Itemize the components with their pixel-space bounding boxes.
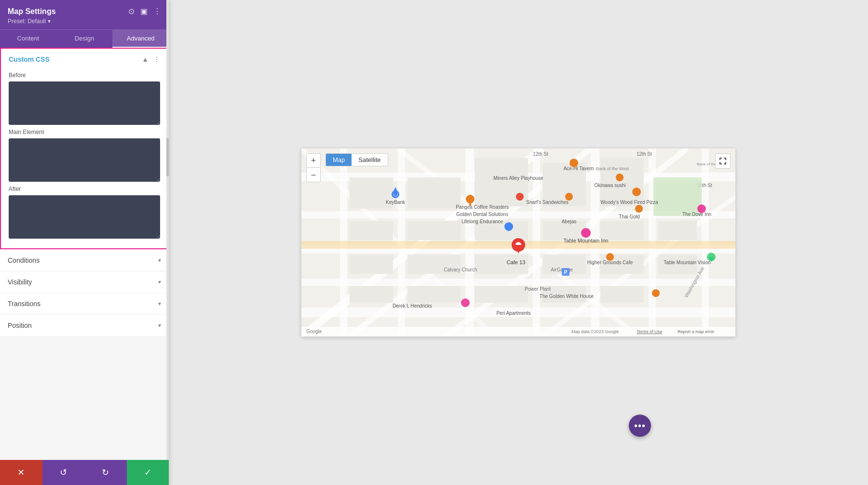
svg-point-101 bbox=[461, 298, 470, 307]
svg-rect-26 bbox=[407, 221, 461, 240]
undo-button[interactable]: ↺ bbox=[42, 460, 85, 485]
tab-content[interactable]: Content bbox=[0, 30, 56, 48]
svg-rect-38 bbox=[407, 286, 461, 303]
svg-text:Bank of the West: Bank of the West bbox=[596, 166, 629, 171]
svg-text:Table Mountain Vision: Table Mountain Vision bbox=[664, 260, 711, 265]
map-type-tabs: Map Satellite bbox=[326, 153, 388, 166]
svg-rect-49 bbox=[301, 327, 735, 337]
transitions-header[interactable]: Transitions ▾ bbox=[0, 293, 169, 314]
svg-text:KeyBank: KeyBank bbox=[386, 200, 406, 205]
after-label: After bbox=[9, 186, 160, 192]
svg-text:Derek L Hendricks: Derek L Hendricks bbox=[393, 303, 432, 309]
tab-design[interactable]: Design bbox=[56, 30, 113, 48]
svg-rect-21 bbox=[407, 177, 461, 209]
chevron-down-icon: ▾ bbox=[48, 18, 51, 25]
panel-header: Map Settings ⊙ ▣ ⋮ Preset: Default ▾ bbox=[0, 0, 169, 29]
map-type-tab-map[interactable]: Map bbox=[326, 154, 352, 166]
svg-point-88 bbox=[632, 188, 641, 196]
svg-text:Calvary Church: Calvary Church bbox=[444, 267, 477, 272]
cancel-icon: ✕ bbox=[17, 467, 25, 478]
after-textarea[interactable] bbox=[9, 195, 160, 239]
before-textarea[interactable] bbox=[9, 81, 160, 125]
fab-button[interactable]: ••• bbox=[629, 415, 651, 437]
cancel-button[interactable]: ✕ bbox=[0, 460, 42, 485]
svg-text:Power Plant: Power Plant bbox=[525, 286, 551, 292]
save-button[interactable]: ✓ bbox=[127, 460, 169, 485]
position-section: Position ▾ bbox=[0, 314, 169, 336]
svg-point-85 bbox=[565, 193, 573, 201]
save-icon: ✓ bbox=[144, 467, 151, 478]
map-fullscreen-button[interactable] bbox=[715, 153, 731, 169]
tab-bar: Content Design Advanced bbox=[0, 29, 169, 48]
map-type-tab-satellite[interactable]: Satellite bbox=[352, 154, 387, 166]
svg-text:Table Mountain Inn: Table Mountain Inn bbox=[564, 238, 609, 243]
svg-text:The Golden White House: The Golden White House bbox=[540, 294, 594, 299]
svg-rect-39 bbox=[475, 286, 528, 303]
main-area: 12th St 12th St 14th St Bank of the West… bbox=[169, 0, 868, 485]
svg-text:Terms of Use: Terms of Use bbox=[637, 329, 662, 334]
custom-css-header[interactable]: Custom CSS ▲ ⋮ bbox=[1, 49, 168, 70]
svg-text:Abejas: Abejas bbox=[562, 219, 577, 224]
focus-icon[interactable]: ⊙ bbox=[128, 7, 135, 16]
before-label: Before bbox=[9, 72, 160, 79]
svg-text:Ace-Hi Tavern: Ace-Hi Tavern bbox=[564, 166, 594, 171]
fullscreen-icon bbox=[719, 157, 727, 165]
panel-content: Custom CSS ▲ ⋮ Before Main Element After bbox=[0, 48, 169, 460]
svg-text:Report a map error: Report a map error bbox=[678, 329, 714, 334]
svg-text:The Dove Inn: The Dove Inn bbox=[682, 212, 711, 217]
tab-advanced[interactable]: Advanced bbox=[112, 30, 169, 48]
layout-icon[interactable]: ▣ bbox=[140, 7, 148, 16]
redo-button[interactable]: ↻ bbox=[84, 460, 127, 485]
svg-rect-37 bbox=[350, 286, 393, 303]
preset-label[interactable]: Preset: Default ▾ bbox=[8, 18, 161, 25]
svg-point-94 bbox=[697, 204, 706, 213]
zoom-out-button[interactable]: − bbox=[306, 168, 321, 182]
left-panel: Map Settings ⊙ ▣ ⋮ Preset: Default ▾ Con… bbox=[0, 0, 169, 485]
scrollbar-thumb[interactable] bbox=[166, 138, 169, 176]
svg-point-84 bbox=[570, 159, 578, 167]
visibility-header[interactable]: Visibility ▾ bbox=[0, 271, 169, 293]
main-element-textarea[interactable] bbox=[9, 138, 160, 182]
position-title: Position bbox=[8, 322, 32, 329]
svg-text:Snarf's Sandwiches: Snarf's Sandwiches bbox=[526, 200, 569, 205]
map-container: 12th St 12th St 14th St Bank of the West… bbox=[301, 148, 735, 337]
svg-text:Okinawa sushi: Okinawa sushi bbox=[594, 183, 625, 188]
conditions-chevron: ▾ bbox=[158, 257, 161, 264]
svg-point-99 bbox=[606, 253, 614, 261]
svg-text:Lifelong Endurance: Lifelong Endurance bbox=[461, 219, 503, 224]
svg-point-87 bbox=[635, 205, 643, 213]
visibility-chevron: ▾ bbox=[158, 279, 161, 285]
svg-text:Thai Gold: Thai Gold bbox=[619, 214, 639, 219]
visibility-title: Visibility bbox=[8, 278, 32, 286]
svg-text:P: P bbox=[564, 269, 568, 275]
map-background: 12th St 12th St 14th St Bank of the West… bbox=[301, 148, 735, 337]
conditions-title: Conditions bbox=[8, 256, 40, 264]
section-more-icon[interactable]: ⋮ bbox=[153, 55, 160, 63]
svg-point-83 bbox=[516, 193, 524, 201]
svg-text:Google: Google bbox=[306, 329, 322, 334]
redo-icon: ↻ bbox=[102, 467, 109, 478]
svg-point-89 bbox=[581, 228, 591, 238]
fab-dots: ••• bbox=[634, 420, 646, 431]
collapse-icon[interactable]: ▲ bbox=[142, 55, 149, 63]
svg-text:Woody's Wood Fired Pizza: Woody's Wood Fired Pizza bbox=[600, 200, 658, 205]
more-icon[interactable]: ⋮ bbox=[153, 7, 161, 16]
conditions-section: Conditions ▾ bbox=[0, 249, 169, 271]
svg-text:Peri Apartments: Peri Apartments bbox=[496, 310, 530, 316]
transitions-chevron: ▾ bbox=[158, 300, 161, 307]
svg-rect-24 bbox=[600, 158, 644, 206]
svg-text:Pangea Coffee Roasters: Pangea Coffee Roasters bbox=[456, 204, 508, 210]
svg-point-86 bbox=[616, 174, 624, 181]
svg-text:Golden Dental Solutions: Golden Dental Solutions bbox=[456, 212, 508, 217]
position-header[interactable]: Position ▾ bbox=[0, 315, 169, 336]
svg-rect-41 bbox=[600, 286, 644, 303]
main-element-label: Main Element bbox=[9, 129, 160, 135]
visibility-section: Visibility ▾ bbox=[0, 271, 169, 293]
svg-rect-30 bbox=[658, 221, 697, 240]
svg-rect-29 bbox=[600, 221, 644, 240]
svg-text:Cafe 13: Cafe 13 bbox=[507, 259, 526, 265]
custom-css-section: Custom CSS ▲ ⋮ Before Main Element After bbox=[0, 48, 169, 249]
svg-text:12th St: 12th St bbox=[533, 151, 548, 157]
conditions-header[interactable]: Conditions ▾ bbox=[0, 250, 169, 271]
zoom-in-button[interactable]: + bbox=[306, 153, 321, 168]
